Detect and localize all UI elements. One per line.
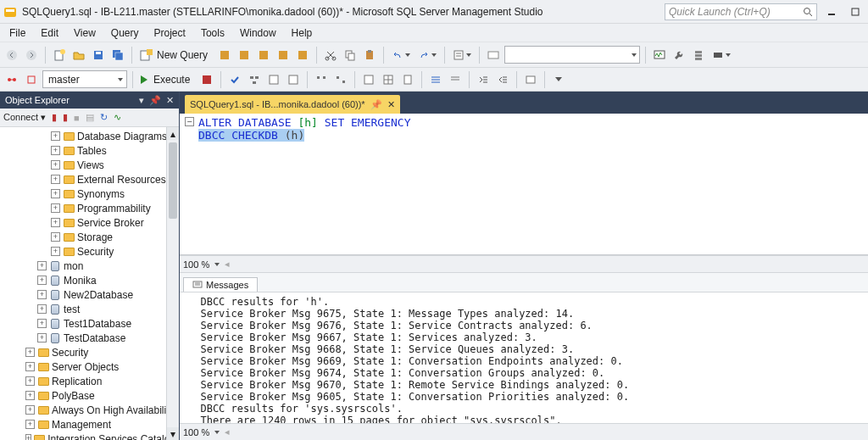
expand-icon[interactable]: +: [25, 434, 31, 440]
quick-launch-input[interactable]: Quick Launch (Ctrl+Q): [665, 3, 817, 20]
tree-node[interactable]: +Storage: [2, 230, 179, 244]
open-button[interactable]: [70, 46, 87, 64]
uncomment-icon[interactable]: [447, 70, 464, 89]
oe-pulse-icon[interactable]: ∿: [114, 112, 121, 123]
tree-node[interactable]: +Views: [2, 158, 179, 172]
undo-button[interactable]: [389, 46, 413, 64]
expand-icon[interactable]: +: [37, 333, 47, 343]
results-text-icon[interactable]: [360, 70, 377, 89]
activity-monitor-icon[interactable]: [651, 46, 668, 64]
indent-icon[interactable]: [475, 70, 492, 89]
tree-node[interactable]: +Test1Database: [2, 316, 179, 331]
messages-pane[interactable]: DBCC results for 'h'. Service Broker Msg…: [180, 292, 868, 423]
scroll-thumb[interactable]: [169, 142, 177, 219]
db-engine-query-icon[interactable]: [216, 46, 233, 64]
tree-node[interactable]: +Always On High Availability: [2, 403, 179, 417]
tree-node[interactable]: +Security: [2, 244, 179, 259]
expand-icon[interactable]: +: [37, 319, 47, 328]
display-plan-icon[interactable]: [246, 70, 263, 89]
live-stats-icon[interactable]: [332, 70, 349, 89]
expand-icon[interactable]: +: [25, 405, 35, 415]
expand-icon[interactable]: +: [51, 131, 60, 141]
expand-icon[interactable]: +: [25, 391, 35, 400]
cancel-query-button[interactable]: [198, 70, 215, 89]
execute-button[interactable]: Execute: [138, 70, 196, 89]
tree-node[interactable]: +mon: [2, 259, 179, 273]
tree-node[interactable]: +TestDatabase: [2, 331, 179, 345]
tree-node[interactable]: +New2Database: [2, 287, 179, 302]
expand-icon[interactable]: +: [51, 175, 60, 184]
database-selector[interactable]: master: [42, 70, 127, 88]
expand-icon[interactable]: +: [37, 276, 47, 285]
redo-button[interactable]: [415, 46, 439, 64]
tree-node[interactable]: +External Resources: [2, 172, 179, 187]
panel-close-icon[interactable]: ✕: [166, 95, 174, 106]
messages-tab[interactable]: Messages: [183, 277, 258, 292]
document-tab[interactable]: SQLQuery1.sql - IB...monika.dadool (60))…: [185, 95, 400, 114]
messages-zoom-dropdown-icon[interactable]: [214, 431, 220, 434]
menu-tools[interactable]: Tools: [193, 25, 232, 41]
props-button[interactable]: [450, 46, 474, 64]
expand-icon[interactable]: +: [51, 232, 60, 242]
connect-dropdown[interactable]: Connect ▾: [3, 112, 46, 123]
tree-node[interactable]: +Replication: [2, 374, 179, 388]
tree-node[interactable]: +Integration Services Catalogs: [2, 432, 179, 440]
expand-icon[interactable]: +: [37, 261, 47, 270]
tree-node[interactable]: +Security: [2, 345, 179, 359]
editor-zoom-value[interactable]: 100 %: [183, 259, 209, 270]
object-explorer-tree[interactable]: ▴ ▾ +Database Diagrams+Tables+Views+Exte…: [0, 127, 179, 440]
tree-node[interactable]: +Monika: [2, 273, 179, 287]
minimize-button[interactable]: [822, 4, 841, 19]
find-button[interactable]: [485, 46, 502, 64]
panel-pin-icon[interactable]: 📌: [149, 95, 161, 106]
parse-button[interactable]: [226, 70, 243, 89]
tree-node[interactable]: +Programmability: [2, 201, 179, 215]
sql-editor[interactable]: − ALTER DATABASE [h] SET EMERGENCY DBCC …: [180, 114, 868, 255]
save-all-button[interactable]: [109, 46, 126, 64]
dmx-query-icon[interactable]: [294, 46, 311, 64]
expand-icon[interactable]: +: [37, 304, 47, 314]
outdent-icon[interactable]: [494, 70, 511, 89]
connect-icon[interactable]: [23, 70, 40, 89]
scroll-up-icon[interactable]: ▴: [167, 127, 179, 140]
toolbar-overflow-icon[interactable]: [709, 46, 733, 64]
menu-project[interactable]: Project: [147, 25, 193, 41]
tree-node[interactable]: +PolyBase: [2, 388, 179, 403]
oe-filter-icon[interactable]: ▮: [52, 112, 57, 123]
pin-icon[interactable]: 📌: [370, 99, 382, 110]
tree-node[interactable]: +Server Objects: [2, 359, 179, 374]
paste-button[interactable]: [361, 46, 378, 64]
tree-node[interactable]: +Synonyms: [2, 187, 179, 201]
expand-icon[interactable]: +: [51, 218, 60, 227]
expand-icon[interactable]: +: [51, 189, 60, 198]
query-options-icon[interactable]: [265, 70, 282, 89]
copy-button[interactable]: [342, 46, 359, 64]
editor-zoom-dropdown-icon[interactable]: [214, 263, 220, 266]
menu-query[interactable]: Query: [103, 25, 147, 41]
tree-node[interactable]: +Tables: [2, 143, 179, 158]
close-icon[interactable]: ✕: [387, 99, 395, 110]
include-plan-icon[interactable]: [313, 70, 330, 89]
xmla-query-icon[interactable]: [255, 46, 272, 64]
expand-icon[interactable]: +: [51, 203, 60, 213]
expand-icon[interactable]: +: [25, 362, 35, 371]
tree-node[interactable]: +Management: [2, 417, 179, 432]
outline-collapse-icon[interactable]: −: [185, 117, 194, 126]
expand-icon[interactable]: +: [25, 348, 35, 357]
messages-zoom-value[interactable]: 100 %: [183, 427, 209, 437]
maximize-button[interactable]: [846, 4, 865, 19]
intellisense-icon[interactable]: [285, 70, 302, 89]
expand-icon[interactable]: +: [51, 160, 60, 170]
tree-node[interactable]: +Database Diagrams: [2, 129, 179, 143]
nav-back-button[interactable]: [3, 46, 20, 64]
mdx-query-icon[interactable]: [275, 46, 292, 64]
expand-icon[interactable]: +: [25, 376, 35, 386]
menu-file[interactable]: File: [2, 25, 33, 41]
results-file-icon[interactable]: [399, 70, 416, 89]
menu-edit[interactable]: Edit: [33, 25, 66, 41]
save-button[interactable]: [90, 46, 107, 64]
specify-values-icon[interactable]: [522, 70, 539, 89]
overflow-icon[interactable]: [550, 70, 567, 89]
panel-dropdown-icon[interactable]: ▾: [139, 95, 144, 106]
expand-icon[interactable]: +: [25, 420, 35, 429]
